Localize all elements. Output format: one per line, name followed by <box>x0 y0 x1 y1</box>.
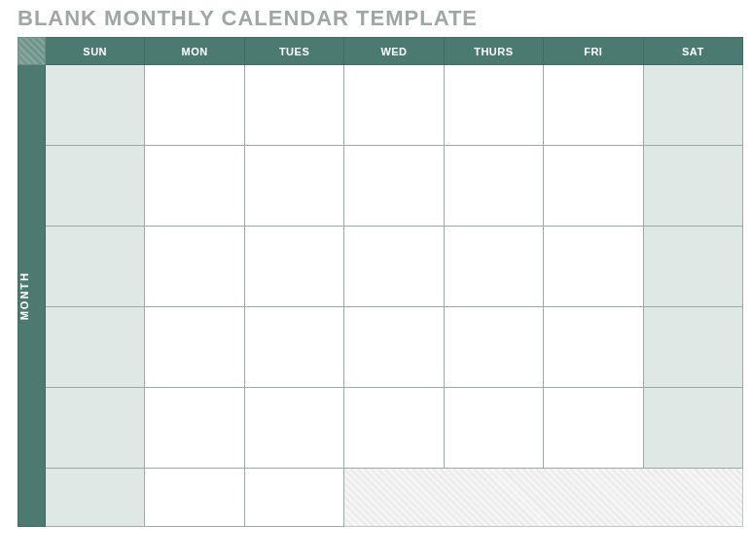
day-cell[interactable] <box>544 227 643 307</box>
day-cell[interactable] <box>444 146 543 227</box>
day-header-mon: MON <box>145 38 244 65</box>
day-cell[interactable] <box>244 469 343 527</box>
week-row: MONTH <box>18 65 743 146</box>
day-cell[interactable] <box>244 146 343 227</box>
day-header-wed: WED <box>344 38 444 65</box>
day-cell[interactable] <box>46 146 145 227</box>
day-cell[interactable] <box>643 65 742 146</box>
day-cell[interactable] <box>145 146 244 227</box>
day-cell[interactable] <box>544 65 643 146</box>
day-cell[interactable] <box>46 307 145 388</box>
month-sidebar: MONTH <box>18 65 46 527</box>
day-header-sun: SUN <box>46 38 145 65</box>
week-row <box>18 307 743 388</box>
day-cell[interactable] <box>244 227 343 307</box>
day-cell[interactable] <box>145 227 244 307</box>
day-cell[interactable] <box>444 227 543 307</box>
header-row: SUN MON TUES WED THURS FRI SAT <box>18 38 743 65</box>
corner-hatch <box>18 38 46 65</box>
day-cell[interactable] <box>344 65 444 146</box>
day-cell[interactable] <box>244 65 343 146</box>
week-row <box>18 227 743 307</box>
day-cell[interactable] <box>544 146 643 227</box>
day-cell[interactable] <box>344 146 444 227</box>
day-cell[interactable] <box>46 388 145 469</box>
day-cell[interactable] <box>544 388 643 469</box>
day-cell[interactable] <box>46 65 145 146</box>
page-title: BLANK MONTHLY CALENDAR TEMPLATE <box>0 0 751 37</box>
week-row <box>18 146 743 227</box>
day-cell[interactable] <box>145 388 244 469</box>
notes-area[interactable] <box>344 469 743 527</box>
day-cell[interactable] <box>544 307 643 388</box>
day-cell[interactable] <box>344 388 444 469</box>
day-cell[interactable] <box>444 65 543 146</box>
day-cell[interactable] <box>145 65 244 146</box>
calendar-table: SUN MON TUES WED THURS FRI SAT MONTH <box>18 37 743 527</box>
day-cell[interactable] <box>46 227 145 307</box>
month-label: MONTH <box>18 271 30 320</box>
bottom-row <box>18 469 743 527</box>
day-cell[interactable] <box>643 388 742 469</box>
day-cell[interactable] <box>444 388 543 469</box>
day-header-fri: FRI <box>544 38 643 65</box>
calendar-container: SUN MON TUES WED THURS FRI SAT MONTH <box>18 37 743 527</box>
day-cell[interactable] <box>344 227 444 307</box>
day-cell[interactable] <box>145 307 244 388</box>
day-header-sat: SAT <box>643 38 742 65</box>
day-cell[interactable] <box>46 469 145 527</box>
day-cell[interactable] <box>344 307 444 388</box>
day-header-tues: TUES <box>244 38 343 65</box>
day-cell[interactable] <box>145 469 244 527</box>
day-cell[interactable] <box>643 227 742 307</box>
day-cell[interactable] <box>643 146 742 227</box>
day-header-thurs: THURS <box>444 38 543 65</box>
day-cell[interactable] <box>444 307 543 388</box>
week-row <box>18 388 743 469</box>
day-cell[interactable] <box>643 307 742 388</box>
day-cell[interactable] <box>244 388 343 469</box>
day-cell[interactable] <box>244 307 343 388</box>
